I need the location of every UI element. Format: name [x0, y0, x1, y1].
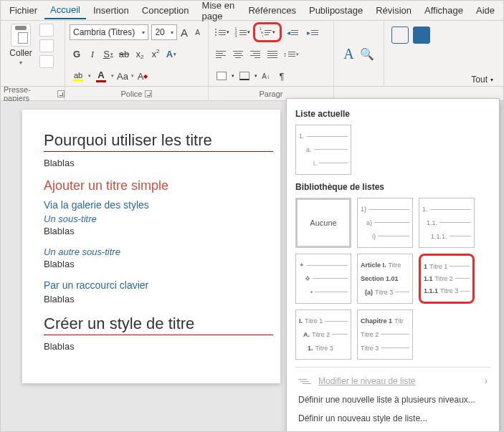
heading-4[interactable]: Un sous-titre: [44, 213, 273, 224]
font-group: Cambria (Titres) ▾ 20 ▾ A A G I S▾ ab x2…: [65, 21, 209, 86]
subscript-button[interactable]: x2: [133, 47, 147, 62]
define-list-style-item[interactable]: Définir un nouveau style de liste...: [295, 409, 490, 428]
align-justify-button[interactable]: [265, 47, 280, 62]
chevron-down-icon[interactable]: ▾: [111, 68, 114, 84]
align-left-button[interactable]: [213, 47, 229, 62]
italic-button[interactable]: I: [85, 47, 100, 62]
borders-button[interactable]: [236, 68, 253, 84]
list-library-option-selected[interactable]: 1Titre 1 1.1Titre 2 1.1.1Titre 3: [419, 254, 475, 304]
tout-button[interactable]: Tout ▾: [471, 75, 493, 85]
modify-level-item: Modifier le niveau de liste ›: [295, 372, 490, 390]
tab-fichier[interactable]: Fichier: [4, 2, 43, 19]
heading-2[interactable]: Ajouter un titre simple: [44, 178, 273, 193]
multilevel-list-dropdown: Liste actuelle 1. a. i. Bibliothèque de …: [286, 98, 500, 432]
tab-conception[interactable]: Conception: [136, 2, 195, 19]
clipboard-label: Presse-papiers: [1, 87, 65, 100]
format-painter-button[interactable]: [39, 55, 54, 68]
list-none-option[interactable]: Aucune: [295, 198, 351, 248]
list-library-option[interactable]: 1. 1.1. 1.1.1.: [419, 198, 475, 248]
shrink-font-button[interactable]: A: [191, 24, 204, 40]
tab-insertion[interactable]: Insertion: [87, 2, 135, 19]
tout-label: Tout: [471, 75, 488, 85]
tab-revision[interactable]: Révision: [370, 2, 417, 19]
align-right-button[interactable]: [247, 47, 263, 62]
modify-level-label: Modifier le niveau de liste: [318, 376, 415, 386]
change-case-button[interactable]: Aa: [115, 68, 130, 84]
current-list-heading: Liste actuelle: [295, 109, 490, 119]
list-library-option[interactable]: I.Titre 1 A.Titre 2 1.Titre 3: [295, 309, 351, 360]
body-text[interactable]: Blablas: [44, 226, 273, 236]
tab-aide[interactable]: Aide: [470, 2, 500, 19]
body-text[interactable]: Blablas: [44, 294, 273, 304]
increase-indent-button[interactable]: ▸: [303, 24, 322, 40]
body-text[interactable]: Blablas: [44, 341, 273, 352]
strike-button[interactable]: ab: [117, 47, 131, 62]
body-text[interactable]: Blablas: [44, 158, 273, 168]
styles-group: A 🔍: [334, 21, 384, 86]
clipboard-group: Coller ▾: [1, 21, 65, 86]
bold-button[interactable]: G: [70, 47, 84, 62]
superscript-button[interactable]: x2: [148, 47, 163, 62]
bullets-button[interactable]: ▾: [213, 24, 232, 40]
paste-icon: [11, 24, 31, 47]
font-name-combo[interactable]: Cambria (Titres) ▾: [70, 24, 148, 40]
chevron-down-icon[interactable]: ▾: [88, 68, 91, 84]
sort-button[interactable]: A↓: [259, 68, 273, 84]
find-icon[interactable]: 🔍: [360, 47, 374, 61]
tab-affichage[interactable]: Affichage: [419, 2, 469, 19]
heading-3[interactable]: Via la galerie des styles: [44, 199, 273, 211]
chevron-down-icon[interactable]: ▾: [232, 68, 234, 84]
paste-label: Coller: [9, 48, 32, 58]
editor-icon[interactable]: [413, 27, 430, 44]
highlight-button[interactable]: ab: [70, 68, 87, 84]
text-effects-button[interactable]: A▾: [164, 47, 179, 62]
styles-icon[interactable]: A: [343, 46, 353, 62]
heading-3[interactable]: Par un raccourci clavier: [44, 279, 273, 291]
tab-accueil[interactable]: Accueil: [44, 1, 86, 19]
clear-formatting-button[interactable]: A◆: [135, 68, 150, 84]
chevron-down-icon[interactable]: ▾: [255, 68, 257, 84]
chevron-down-icon[interactable]: ▾: [131, 68, 134, 84]
list-library-option[interactable]: 1) a) i): [357, 198, 413, 248]
underline-button[interactable]: S▾: [101, 47, 115, 62]
body-text[interactable]: Blablas: [44, 259, 273, 269]
current-list-preview[interactable]: 1. a. i.: [295, 125, 351, 175]
define-multilevel-item[interactable]: Définir une nouvelle liste à plusieurs n…: [295, 390, 490, 409]
tab-references[interactable]: Références: [242, 2, 301, 19]
list-library-option[interactable]: ✦ ❖ •: [295, 254, 351, 304]
dialog-launcher-icon[interactable]: [57, 90, 65, 97]
library-heading: Bibliothèque de listes: [295, 182, 490, 192]
heading-1[interactable]: Créer un style de titre: [44, 315, 273, 335]
font-color-button[interactable]: A: [92, 68, 110, 84]
chevron-down-icon: ▾: [19, 59, 22, 66]
shading-button[interactable]: [213, 68, 230, 84]
copy-button[interactable]: [39, 39, 54, 52]
chevron-right-icon: ›: [485, 376, 488, 386]
heading-1[interactable]: Pourquoi utiliser les titre: [44, 131, 273, 152]
document-page[interactable]: Pourquoi utiliser les titre Blablas Ajou…: [22, 110, 280, 383]
numbering-button[interactable]: 123 ▾: [233, 24, 252, 40]
paste-button[interactable]: Coller ▾: [5, 24, 37, 66]
dictate-icon[interactable]: [391, 27, 409, 44]
font-name-value: Cambria (Titres): [73, 27, 135, 37]
cut-button[interactable]: [39, 24, 54, 37]
list-library-option[interactable]: Article I.Titre Section 1.01 (a)Titre 3: [357, 254, 413, 304]
tab-publipostage[interactable]: Publipostage: [303, 2, 369, 19]
align-center-button[interactable]: [230, 47, 246, 62]
chevron-down-icon: ▾: [171, 29, 173, 36]
line-spacing-button[interactable]: ↕▾: [282, 47, 300, 62]
list-library-option[interactable]: Chapitre 1Titr Titre 2 Titre 3: [357, 309, 413, 360]
indent-icon: [298, 379, 311, 384]
font-size-combo[interactable]: 20 ▾: [151, 24, 176, 40]
document-area: Pourquoi utiliser les titre Blablas Ajou…: [1, 101, 503, 432]
dialog-launcher-icon[interactable]: [145, 90, 152, 97]
decrease-indent-button[interactable]: ◂: [283, 24, 302, 40]
paragraph-group: ▾ 123 ▾ 1ai ▾ ◂ ▸: [209, 21, 334, 86]
font-label: Police: [65, 87, 209, 100]
chevron-down-icon: ▾: [142, 29, 145, 36]
menu-bar: Fichier Accueil Insertion Conception Mis…: [1, 1, 503, 21]
multilevel-list-button[interactable]: 1ai ▾: [253, 22, 282, 42]
grow-font-button[interactable]: A: [179, 24, 191, 40]
show-marks-button[interactable]: ¶: [275, 68, 289, 84]
heading-4[interactable]: Un autre sous-titre: [44, 246, 273, 257]
